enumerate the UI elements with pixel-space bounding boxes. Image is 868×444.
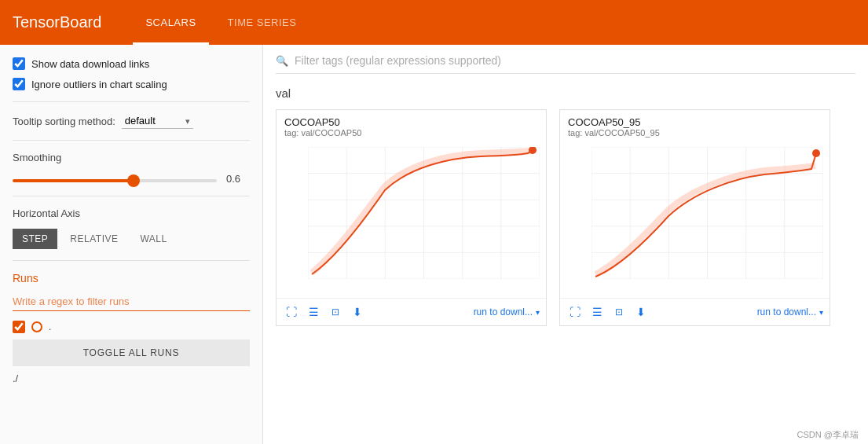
chart1-toolbar: ⛶ ☰ ⊡ ⬇ run to downl... ▾ — [277, 298, 546, 325]
filter-input[interactable] — [295, 54, 855, 67]
list2-icon[interactable]: ☰ — [588, 303, 606, 321]
toggle-all-runs-button[interactable]: TOGGLE ALL RUNS — [13, 339, 250, 366]
tooltip-row: Tooltip sorting method: default ascendin… — [13, 113, 250, 129]
image2-icon[interactable]: ⊡ — [610, 303, 628, 321]
ignore-outliers-checkbox[interactable] — [13, 78, 25, 90]
expand2-icon[interactable]: ⛶ — [566, 303, 584, 321]
run-item: . — [13, 321, 250, 333]
tooltip-select-wrapper: default ascending descending — [122, 113, 193, 129]
runs-filter-input[interactable] — [13, 292, 250, 311]
divider-3 — [13, 196, 250, 196]
chart2-run-button[interactable]: run to downl... ▾ — [757, 306, 823, 317]
axis-relative-button[interactable]: RELATIVE — [60, 229, 127, 249]
divider-2 — [13, 140, 250, 141]
expand-icon[interactable]: ⛶ — [283, 303, 300, 321]
footer-text: CSDN @李卓瑞 — [797, 430, 859, 439]
footer: CSDN @李卓瑞 — [788, 426, 868, 444]
axis-step-button[interactable]: STEP — [13, 229, 57, 249]
search-icon: 🔍 — [276, 55, 288, 67]
nav-scalars[interactable]: SCALARS — [133, 0, 208, 45]
smoothing-slider-container — [13, 173, 217, 185]
chart2-dropdown-arrow: ▾ — [819, 308, 823, 317]
run-name: ./ — [13, 372, 250, 384]
chart2-tag: tag: val/COCOAP50_95 — [568, 128, 822, 138]
nav: SCALARS TIME SERIES — [133, 0, 309, 45]
tooltip-select[interactable]: default ascending descending — [122, 113, 193, 129]
content: 🔍 val COCOAP50 tag: val/COCOAP50 — [263, 45, 868, 444]
show-download-checkbox[interactable] — [13, 57, 25, 70]
main-layout: Show data download links Ignore outliers… — [0, 45, 868, 444]
divider-4 — [13, 260, 250, 261]
ignore-outliers-row: Ignore outliers in chart scaling — [13, 78, 250, 90]
sidebar: Show data download links Ignore outliers… — [0, 45, 263, 444]
chart2-title: COCOAP50_95 — [568, 116, 822, 128]
smoothing-slider[interactable] — [13, 179, 217, 182]
chart1-svg: 0.84 0.80 0.76 0.72 0.68 50 100 — [308, 147, 540, 279]
axis-wall-button[interactable]: WALL — [130, 229, 176, 249]
smoothing-value: 0.6 — [226, 173, 250, 185]
chart1-run-button[interactable]: run to downl... ▾ — [474, 306, 540, 317]
chart1-dropdown-arrow: ▾ — [536, 308, 540, 317]
filter-bar: 🔍 — [276, 54, 855, 74]
header: TensorBoard SCALARS TIME SERIES — [0, 0, 868, 45]
list-icon[interactable]: ☰ — [305, 303, 322, 321]
smoothing-row: 0.6 — [13, 173, 250, 185]
run-dot: . — [49, 321, 51, 332]
show-download-row: Show data download links — [13, 57, 250, 70]
axis-title: Horizontal Axis — [13, 207, 250, 219]
axis-buttons: STEP RELATIVE WALL — [13, 229, 250, 249]
chart1-tag: tag: val/COCOAP50 — [284, 128, 538, 138]
section-val-label: val — [276, 86, 855, 100]
tooltip-label: Tooltip sorting method: — [13, 116, 115, 127]
chart2-svg: 0.48 0.44 0.40 0.36 0.32 50 100 — [591, 147, 823, 279]
chart2-body: 0.48 0.44 0.40 0.36 0.32 50 100 — [560, 141, 830, 298]
runs-title: Runs — [13, 272, 250, 284]
chart1-title: COCOAP50 — [284, 116, 538, 128]
chart1-header: COCOAP50 tag: val/COCOAP50 — [277, 110, 546, 141]
chart2-toolbar: ⛶ ☰ ⊡ ⬇ run to downl... ▾ — [560, 298, 830, 325]
chart2-header: COCOAP50_95 tag: val/COCOAP50_95 — [560, 110, 830, 141]
logo: TensorBoard — [13, 13, 101, 31]
show-download-label: Show data download links — [31, 58, 149, 70]
ignore-outliers-label: Ignore outliers in chart scaling — [31, 79, 167, 90]
image-icon[interactable]: ⊡ — [327, 303, 344, 321]
nav-time-series[interactable]: TIME SERIES — [215, 0, 309, 45]
run-checkbox[interactable] — [13, 321, 25, 333]
charts-grid: COCOAP50 tag: val/COCOAP50 — [276, 109, 855, 326]
divider-1 — [13, 101, 250, 102]
download2-icon[interactable]: ⬇ — [632, 303, 650, 321]
smoothing-title: Smoothing — [13, 152, 250, 163]
svg-point-43 — [812, 149, 820, 157]
chart1-body: 0.84 0.80 0.76 0.72 0.68 50 100 — [277, 141, 546, 298]
chart-cocoap50: COCOAP50 tag: val/COCOAP50 — [276, 109, 547, 326]
chart-cocoap50-95: COCOAP50_95 tag: val/COCOAP50_95 — [559, 109, 830, 326]
run-circle — [31, 321, 42, 332]
download-icon[interactable]: ⬇ — [349, 303, 366, 321]
